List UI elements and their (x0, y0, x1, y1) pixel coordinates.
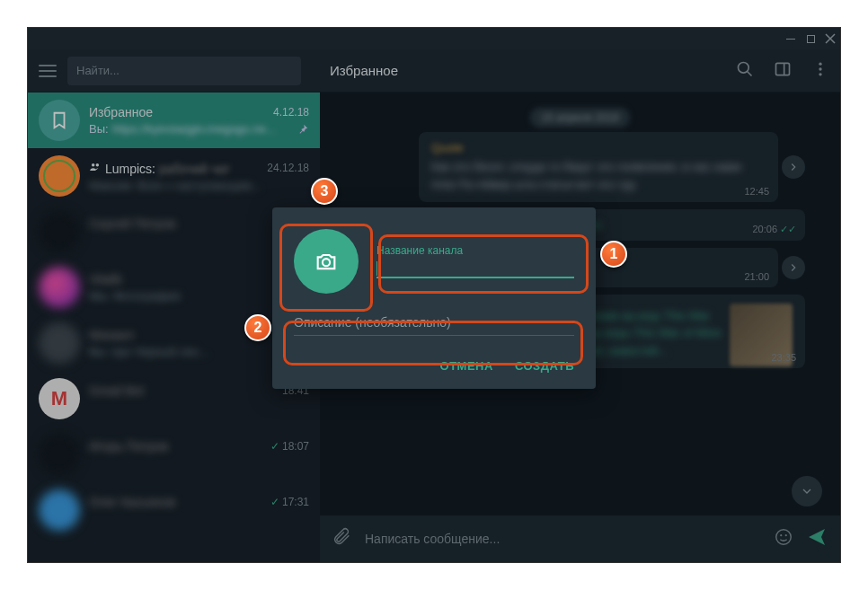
channel-name-input[interactable] (376, 257, 574, 278)
annotation-marker-3: 3 (311, 178, 338, 205)
text-caret (376, 261, 377, 276)
annotation-marker-1: 1 (600, 241, 627, 268)
svg-point-9 (323, 259, 330, 266)
create-button[interactable]: СОЗДАТЬ (515, 359, 574, 373)
channel-photo-button[interactable] (294, 229, 359, 294)
create-channel-dialog: Название канала Описание (необязательно)… (272, 207, 596, 389)
dialog-overlay: Название канала Описание (необязательно)… (28, 28, 840, 562)
cancel-button[interactable]: ОТМЕНА (440, 359, 493, 373)
channel-description-input[interactable]: Описание (необязательно) (294, 315, 574, 336)
app-window: Найти... Избранное Избранное (27, 27, 841, 563)
annotation-marker-2: 2 (244, 314, 271, 341)
channel-name-label: Название канала (376, 244, 574, 257)
